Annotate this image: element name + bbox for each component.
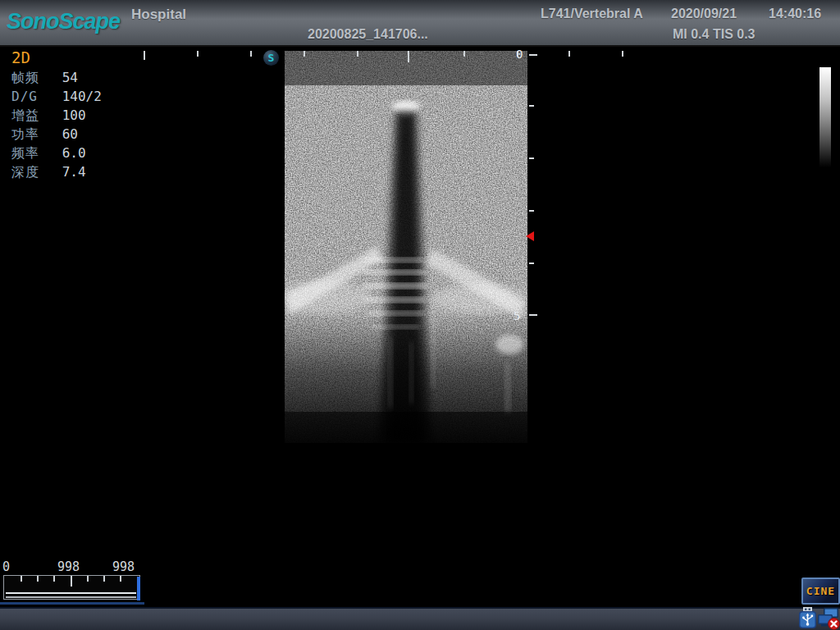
cine-current-frame: 998 xyxy=(57,559,80,574)
param-value: 6.0 xyxy=(62,145,86,161)
cine-ruler-tick xyxy=(87,576,89,582)
focus-position-marker-icon xyxy=(526,231,534,241)
hospital-name: Hospital xyxy=(131,7,186,23)
depth-ruler-tick xyxy=(529,210,534,212)
cine-total-frames: 998 xyxy=(112,559,135,574)
depth-ruler-tick xyxy=(529,314,537,316)
taskbar xyxy=(0,607,840,630)
width-ruler-tick xyxy=(304,51,305,57)
clock-time: 14:40:16 xyxy=(769,7,821,21)
cine-position-handle[interactable] xyxy=(137,577,140,600)
width-ruler-tick xyxy=(568,51,570,57)
header-bar: SonoScape Hospital L741/Vertebral A 2020… xyxy=(0,0,840,47)
probe-preset: L741/Vertebral A xyxy=(541,7,643,21)
ultrasound-b-mode-image xyxy=(285,51,527,443)
param-row-depth: 深度 7.4 xyxy=(11,164,86,181)
cine-track-line xyxy=(6,592,136,594)
param-value: 60 xyxy=(62,126,78,142)
param-value: 100 xyxy=(62,107,86,123)
exam-date: 2020/09/21 xyxy=(671,7,737,21)
param-label: 增益 xyxy=(11,107,54,125)
param-label: 频率 xyxy=(11,145,54,162)
width-ruler-tick xyxy=(622,51,623,57)
param-label: 帧频 xyxy=(11,70,54,87)
width-ruler-tick xyxy=(144,51,145,60)
ultrasound-speckle-graphic xyxy=(285,51,527,443)
param-label: D/G xyxy=(11,89,54,104)
param-row-dg: D/G 140/2 xyxy=(11,89,102,104)
cine-start-frame: 0 xyxy=(2,559,10,574)
cine-ruler-tick xyxy=(21,576,22,582)
cine-ruler-tick xyxy=(103,576,105,582)
depth-ruler-tick xyxy=(529,262,534,264)
cine-accent-line xyxy=(0,602,144,605)
cine-scrubber[interactable] xyxy=(3,575,140,600)
depth-ruler-tick xyxy=(529,105,534,107)
param-label: 深度 xyxy=(11,164,54,181)
param-label: 功率 xyxy=(11,126,54,144)
width-ruler-tick xyxy=(197,51,199,57)
width-ruler-center-tick xyxy=(408,51,409,62)
probe-orientation-marker-icon: S xyxy=(263,50,279,66)
cine-ruler-tick xyxy=(120,576,121,582)
param-value: 7.4 xyxy=(62,164,86,180)
param-row-gain: 增益 100 xyxy=(11,107,86,125)
sonoscape-logo: SonoScape xyxy=(7,9,120,34)
ultrasound-screen: { "header": { "logo": "SonoScape", "hosp… xyxy=(0,0,840,630)
grayscale-map-bar xyxy=(819,67,831,167)
cine-ruler-center-tick xyxy=(71,576,72,587)
width-ruler-tick xyxy=(357,51,358,57)
width-ruler-tick xyxy=(463,51,465,57)
cine-ruler-tick xyxy=(53,576,55,582)
network-disconnected-icon[interactable] xyxy=(817,606,840,630)
param-row-framerate: 帧频 54 xyxy=(11,70,78,87)
depth-ruler-tick xyxy=(529,158,534,159)
usb-device-icon[interactable] xyxy=(798,607,817,630)
param-row-frequency: 频率 6.0 xyxy=(11,145,86,162)
param-value: 140/2 xyxy=(62,89,102,104)
width-ruler-tick xyxy=(250,51,252,57)
cine-track-line xyxy=(6,596,136,598)
param-row-power: 功率 60 xyxy=(11,126,78,144)
depth-ruler-bottom-label: 5 xyxy=(514,309,520,322)
depth-ruler-top-label: 0 xyxy=(516,48,523,61)
cine-ruler-tick xyxy=(37,576,39,582)
mode-indicator-2d: 2D xyxy=(11,48,30,66)
param-value: 54 xyxy=(62,70,78,85)
mi-tis-readout: MI 0.4 TIS 0.3 xyxy=(673,27,755,42)
cine-button[interactable]: CINE xyxy=(801,578,840,605)
exam-id: 20200825_141706... xyxy=(308,27,428,42)
depth-ruler-tick xyxy=(529,54,537,56)
